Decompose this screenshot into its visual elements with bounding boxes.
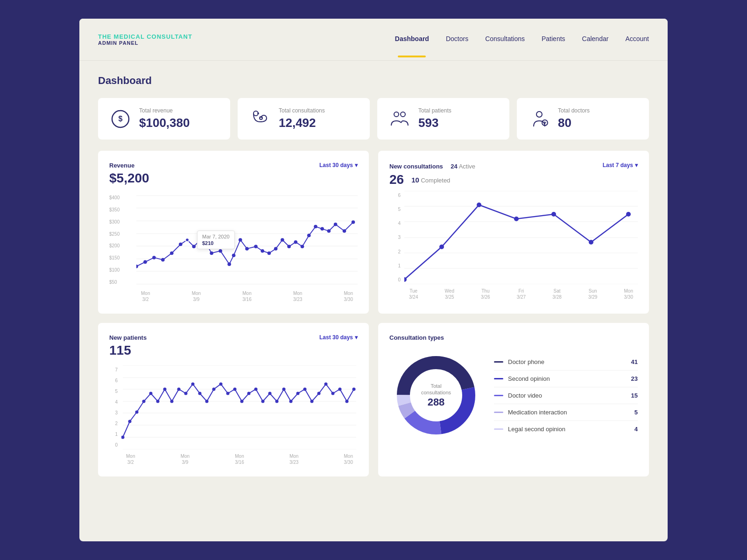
stat-info-doctors: Total doctors 80 — [558, 107, 590, 130]
revenue-chart-title: Revenue — [109, 162, 134, 169]
revenue-chart-filter[interactable]: Last 30 days ▾ — [319, 162, 358, 168]
svg-point-83 — [205, 400, 209, 403]
consultations-x-labels: Tue3/24 Wed3/25 Thu3/26 Fri3/27 Sat3/28 … — [404, 286, 638, 300]
patients-chart-svg — [121, 365, 358, 449]
nav-item-account[interactable]: Account — [625, 35, 649, 44]
donut-chart: Totalconsultations 288 — [389, 349, 483, 442]
svg-point-36 — [268, 252, 271, 255]
chevron-down-icon: ▾ — [355, 162, 358, 168]
patients-chart-header: New patients Last 30 days ▾ — [109, 334, 358, 341]
legend-value-doctor-phone: 41 — [631, 358, 638, 365]
consultations-chart-filter[interactable]: Last 7 days ▾ — [603, 162, 638, 168]
stat-label-doctors: Total doctors — [558, 107, 590, 114]
main-content: Dashboard $ Total revenue $100,380 — [79, 61, 668, 490]
stat-info-consultations: Total consultations 12,492 — [279, 107, 325, 130]
nav-item-calendar[interactable]: Calendar — [582, 35, 609, 44]
svg-point-27 — [201, 236, 204, 239]
donut-section: Totalconsultations 288 Doctor phone 41 — [389, 349, 638, 442]
logo-title: THE MEDICAL CONSULTANT — [98, 33, 192, 40]
nav-item-dashboard[interactable]: Dashboard — [395, 35, 429, 44]
consultations-chart-card: New consultations 24 Active Last 7 days … — [378, 151, 649, 314]
charts-row-1: Revenue Last 30 days ▾ $5,200 $400 $350 … — [98, 151, 649, 314]
svg-point-72 — [128, 420, 132, 423]
svg-point-31 — [232, 253, 236, 257]
consultations-chart-header: New consultations 24 Active Last 7 days … — [389, 162, 638, 170]
charts-row-2: New patients Last 30 days ▾ 115 7 6 5 4 … — [98, 323, 649, 476]
svg-point-25 — [185, 238, 189, 242]
svg-point-4 — [257, 112, 259, 114]
stat-label-consultations: Total consultations — [279, 107, 325, 114]
legend-label-doctor-video: Doctor video — [508, 392, 542, 399]
legend-value-medication: 5 — [634, 409, 638, 416]
consultation-types-card: Consultation types — [378, 323, 649, 476]
svg-point-71 — [121, 436, 125, 439]
svg-point-33 — [245, 247, 249, 251]
svg-point-104 — [352, 388, 356, 391]
legend-item-legal: Legal second opinion 4 — [494, 421, 638, 437]
legend-label-medication: Medication interaction — [508, 409, 567, 416]
svg-point-23 — [170, 252, 174, 255]
revenue-chart-svg — [136, 193, 358, 287]
legend-item-doctor-video: Doctor video 15 — [494, 387, 638, 404]
svg-point-99 — [317, 392, 321, 395]
svg-point-21 — [152, 256, 156, 259]
legend-item-doctor-phone: Doctor phone 41 — [494, 354, 638, 371]
svg-point-75 — [149, 392, 153, 395]
svg-point-38 — [281, 238, 284, 242]
svg-point-96 — [296, 392, 300, 395]
svg-point-86 — [226, 392, 230, 395]
patients-chart-card: New patients Last 30 days ▾ 115 7 6 5 4 … — [98, 323, 369, 476]
stat-card-consultations: Total consultations 12,492 — [238, 98, 370, 140]
svg-point-91 — [261, 400, 265, 403]
svg-point-59 — [514, 217, 519, 221]
svg-point-22 — [161, 258, 165, 262]
nav-item-consultations[interactable]: Consultations — [485, 35, 525, 44]
svg-point-78 — [170, 400, 174, 403]
patients-chart-filter[interactable]: Last 30 days ▾ — [319, 334, 358, 341]
revenue-x-labels: Mon3/2 Mon3/9 Mon3/16 Mon3/23 Mon3/30 — [136, 288, 358, 302]
svg-point-80 — [184, 392, 188, 395]
svg-point-7 — [536, 112, 542, 117]
svg-point-37 — [274, 247, 278, 251]
svg-point-40 — [294, 240, 297, 244]
legend-color-legal — [494, 428, 503, 430]
svg-point-44 — [320, 227, 324, 231]
patients-icon — [388, 108, 411, 130]
x-label-mon323: Mon3/23 — [293, 290, 302, 302]
stat-info-revenue: Total revenue $100,380 — [139, 107, 190, 130]
svg-point-46 — [334, 223, 338, 226]
stat-card-doctors: Total doctors 80 — [517, 98, 649, 140]
stethoscope-icon — [249, 108, 271, 130]
patients-chart-value: 115 — [109, 343, 358, 358]
legend-label-legal: Legal second opinion — [508, 426, 565, 433]
svg-point-102 — [338, 388, 342, 391]
svg-point-61 — [589, 240, 593, 245]
svg-point-42 — [307, 234, 311, 238]
donut-center-value: 288 — [421, 396, 451, 408]
legend-color-doctor-video — [494, 395, 503, 396]
svg-point-77 — [163, 388, 167, 391]
page-title: Dashboard — [98, 75, 649, 87]
svg-point-73 — [135, 411, 139, 414]
svg-point-93 — [275, 400, 279, 403]
svg-point-24 — [179, 243, 183, 246]
donut-center-text: Totalconsultations 288 — [421, 383, 451, 408]
legend-list: Doctor phone 41 Second opinion 23 — [494, 354, 638, 437]
svg-point-45 — [327, 229, 331, 233]
nav-item-patients[interactable]: Patients — [542, 35, 565, 44]
dollar-icon: $ — [109, 108, 132, 130]
stat-cards: $ Total revenue $100,380 — [98, 98, 649, 140]
consultation-types-header: Consultation types — [389, 334, 638, 341]
legend-item-second-opinion: Second opinion 23 — [494, 371, 638, 387]
x-label-mon32: Mon3/2 — [141, 290, 150, 302]
svg-point-32 — [239, 238, 242, 242]
patients-chart-title: New patients — [109, 334, 147, 341]
chevron-down-icon-2: ▾ — [635, 162, 638, 168]
svg-point-26 — [192, 245, 196, 248]
svg-point-84 — [212, 388, 216, 391]
legend-color-doctor-phone — [494, 361, 503, 363]
stat-card-patients: Total patients 593 — [377, 98, 509, 140]
x-label-mon316: Mon3/16 — [242, 290, 251, 302]
doctors-icon — [528, 108, 550, 130]
nav-item-doctors[interactable]: Doctors — [446, 35, 468, 44]
